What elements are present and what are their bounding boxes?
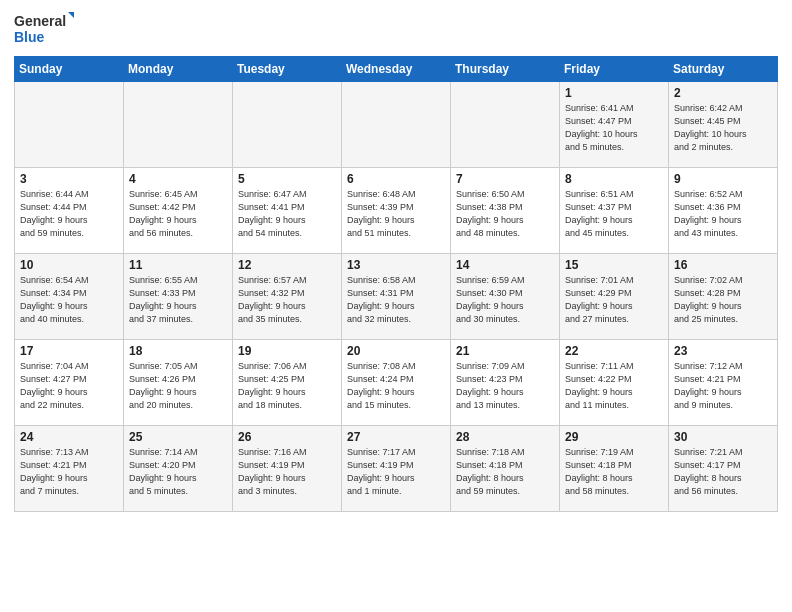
day-cell (15, 82, 124, 168)
col-header-tuesday: Tuesday (233, 57, 342, 82)
day-number: 4 (129, 172, 227, 186)
day-info: Sunrise: 7:19 AM Sunset: 4:18 PM Dayligh… (565, 446, 663, 498)
day-cell: 10Sunrise: 6:54 AM Sunset: 4:34 PM Dayli… (15, 254, 124, 340)
day-info: Sunrise: 7:04 AM Sunset: 4:27 PM Dayligh… (20, 360, 118, 412)
col-header-wednesday: Wednesday (342, 57, 451, 82)
day-info: Sunrise: 6:55 AM Sunset: 4:33 PM Dayligh… (129, 274, 227, 326)
svg-text:Blue: Blue (14, 29, 45, 45)
day-number: 23 (674, 344, 772, 358)
week-row-1: 1Sunrise: 6:41 AM Sunset: 4:47 PM Daylig… (15, 82, 778, 168)
day-number: 12 (238, 258, 336, 272)
day-cell: 4Sunrise: 6:45 AM Sunset: 4:42 PM Daylig… (124, 168, 233, 254)
day-cell: 16Sunrise: 7:02 AM Sunset: 4:28 PM Dayli… (669, 254, 778, 340)
day-cell: 18Sunrise: 7:05 AM Sunset: 4:26 PM Dayli… (124, 340, 233, 426)
header-row: SundayMondayTuesdayWednesdayThursdayFrid… (15, 57, 778, 82)
day-number: 28 (456, 430, 554, 444)
day-number: 16 (674, 258, 772, 272)
day-number: 1 (565, 86, 663, 100)
day-info: Sunrise: 7:18 AM Sunset: 4:18 PM Dayligh… (456, 446, 554, 498)
day-cell: 5Sunrise: 6:47 AM Sunset: 4:41 PM Daylig… (233, 168, 342, 254)
day-info: Sunrise: 7:02 AM Sunset: 4:28 PM Dayligh… (674, 274, 772, 326)
week-row-4: 17Sunrise: 7:04 AM Sunset: 4:27 PM Dayli… (15, 340, 778, 426)
col-header-friday: Friday (560, 57, 669, 82)
day-cell: 3Sunrise: 6:44 AM Sunset: 4:44 PM Daylig… (15, 168, 124, 254)
col-header-sunday: Sunday (15, 57, 124, 82)
day-number: 11 (129, 258, 227, 272)
svg-marker-2 (68, 12, 74, 20)
day-info: Sunrise: 6:44 AM Sunset: 4:44 PM Dayligh… (20, 188, 118, 240)
day-cell: 2Sunrise: 6:42 AM Sunset: 4:45 PM Daylig… (669, 82, 778, 168)
logo-svg: General Blue (14, 10, 74, 50)
day-info: Sunrise: 7:17 AM Sunset: 4:19 PM Dayligh… (347, 446, 445, 498)
day-info: Sunrise: 6:54 AM Sunset: 4:34 PM Dayligh… (20, 274, 118, 326)
day-number: 26 (238, 430, 336, 444)
day-cell: 17Sunrise: 7:04 AM Sunset: 4:27 PM Dayli… (15, 340, 124, 426)
day-cell: 14Sunrise: 6:59 AM Sunset: 4:30 PM Dayli… (451, 254, 560, 340)
day-info: Sunrise: 6:47 AM Sunset: 4:41 PM Dayligh… (238, 188, 336, 240)
day-number: 8 (565, 172, 663, 186)
day-cell: 21Sunrise: 7:09 AM Sunset: 4:23 PM Dayli… (451, 340, 560, 426)
day-number: 2 (674, 86, 772, 100)
day-cell (451, 82, 560, 168)
day-info: Sunrise: 6:58 AM Sunset: 4:31 PM Dayligh… (347, 274, 445, 326)
day-cell: 26Sunrise: 7:16 AM Sunset: 4:19 PM Dayli… (233, 426, 342, 512)
day-cell: 9Sunrise: 6:52 AM Sunset: 4:36 PM Daylig… (669, 168, 778, 254)
col-header-saturday: Saturday (669, 57, 778, 82)
day-info: Sunrise: 6:45 AM Sunset: 4:42 PM Dayligh… (129, 188, 227, 240)
day-info: Sunrise: 7:16 AM Sunset: 4:19 PM Dayligh… (238, 446, 336, 498)
day-cell: 19Sunrise: 7:06 AM Sunset: 4:25 PM Dayli… (233, 340, 342, 426)
day-number: 3 (20, 172, 118, 186)
day-info: Sunrise: 7:12 AM Sunset: 4:21 PM Dayligh… (674, 360, 772, 412)
col-header-monday: Monday (124, 57, 233, 82)
day-cell: 23Sunrise: 7:12 AM Sunset: 4:21 PM Dayli… (669, 340, 778, 426)
day-number: 15 (565, 258, 663, 272)
page: General Blue SundayMondayTuesdayWednesda… (0, 0, 792, 612)
day-info: Sunrise: 6:50 AM Sunset: 4:38 PM Dayligh… (456, 188, 554, 240)
day-info: Sunrise: 6:51 AM Sunset: 4:37 PM Dayligh… (565, 188, 663, 240)
day-number: 9 (674, 172, 772, 186)
day-cell: 11Sunrise: 6:55 AM Sunset: 4:33 PM Dayli… (124, 254, 233, 340)
day-number: 18 (129, 344, 227, 358)
day-number: 14 (456, 258, 554, 272)
day-cell: 28Sunrise: 7:18 AM Sunset: 4:18 PM Dayli… (451, 426, 560, 512)
day-info: Sunrise: 7:05 AM Sunset: 4:26 PM Dayligh… (129, 360, 227, 412)
day-cell: 8Sunrise: 6:51 AM Sunset: 4:37 PM Daylig… (560, 168, 669, 254)
day-cell: 13Sunrise: 6:58 AM Sunset: 4:31 PM Dayli… (342, 254, 451, 340)
day-info: Sunrise: 7:09 AM Sunset: 4:23 PM Dayligh… (456, 360, 554, 412)
day-number: 27 (347, 430, 445, 444)
day-cell: 22Sunrise: 7:11 AM Sunset: 4:22 PM Dayli… (560, 340, 669, 426)
day-info: Sunrise: 6:41 AM Sunset: 4:47 PM Dayligh… (565, 102, 663, 154)
week-row-5: 24Sunrise: 7:13 AM Sunset: 4:21 PM Dayli… (15, 426, 778, 512)
day-info: Sunrise: 7:14 AM Sunset: 4:20 PM Dayligh… (129, 446, 227, 498)
day-cell: 27Sunrise: 7:17 AM Sunset: 4:19 PM Dayli… (342, 426, 451, 512)
day-cell: 30Sunrise: 7:21 AM Sunset: 4:17 PM Dayli… (669, 426, 778, 512)
day-cell (233, 82, 342, 168)
day-number: 24 (20, 430, 118, 444)
day-number: 6 (347, 172, 445, 186)
day-cell: 20Sunrise: 7:08 AM Sunset: 4:24 PM Dayli… (342, 340, 451, 426)
day-number: 30 (674, 430, 772, 444)
day-number: 10 (20, 258, 118, 272)
day-cell: 6Sunrise: 6:48 AM Sunset: 4:39 PM Daylig… (342, 168, 451, 254)
day-info: Sunrise: 7:21 AM Sunset: 4:17 PM Dayligh… (674, 446, 772, 498)
day-number: 5 (238, 172, 336, 186)
day-info: Sunrise: 7:08 AM Sunset: 4:24 PM Dayligh… (347, 360, 445, 412)
day-number: 21 (456, 344, 554, 358)
day-cell: 12Sunrise: 6:57 AM Sunset: 4:32 PM Dayli… (233, 254, 342, 340)
col-header-thursday: Thursday (451, 57, 560, 82)
day-info: Sunrise: 6:42 AM Sunset: 4:45 PM Dayligh… (674, 102, 772, 154)
day-number: 13 (347, 258, 445, 272)
header: General Blue (14, 10, 778, 50)
day-number: 20 (347, 344, 445, 358)
day-info: Sunrise: 7:01 AM Sunset: 4:29 PM Dayligh… (565, 274, 663, 326)
day-info: Sunrise: 6:57 AM Sunset: 4:32 PM Dayligh… (238, 274, 336, 326)
day-number: 29 (565, 430, 663, 444)
logo: General Blue (14, 10, 74, 50)
svg-text:General: General (14, 13, 66, 29)
week-row-2: 3Sunrise: 6:44 AM Sunset: 4:44 PM Daylig… (15, 168, 778, 254)
week-row-3: 10Sunrise: 6:54 AM Sunset: 4:34 PM Dayli… (15, 254, 778, 340)
day-number: 25 (129, 430, 227, 444)
day-cell: 29Sunrise: 7:19 AM Sunset: 4:18 PM Dayli… (560, 426, 669, 512)
day-number: 22 (565, 344, 663, 358)
day-cell: 15Sunrise: 7:01 AM Sunset: 4:29 PM Dayli… (560, 254, 669, 340)
